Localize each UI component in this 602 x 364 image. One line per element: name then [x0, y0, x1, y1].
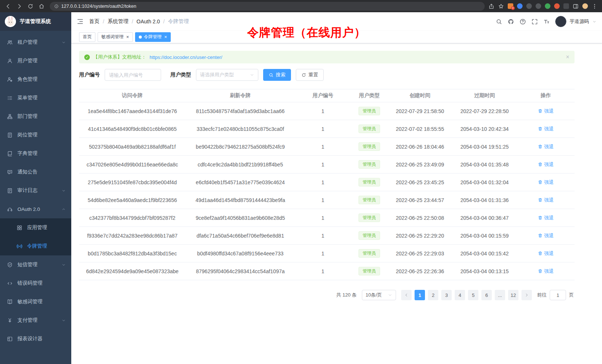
info-icon[interactable]: [54, 4, 59, 9]
tab-label: 首页: [83, 34, 92, 40]
fullscreen-icon[interactable]: [531, 19, 538, 25]
reload-icon[interactable]: [27, 3, 33, 9]
sidebar-item[interactable]: 菜单管理: [0, 89, 71, 107]
sidebar-item[interactable]: 通知公告: [0, 163, 71, 181]
share-icon[interactable]: [488, 3, 494, 9]
sidebar-item[interactable]: 租户管理: [0, 33, 71, 52]
action-cell: 强退: [517, 108, 575, 115]
extension-green[interactable]: [545, 3, 550, 9]
refresh-token-cell: cdfc4ce9c2da4bb1bdf21b9918ff4be5: [186, 162, 295, 168]
tab-item[interactable]: 首页: [79, 32, 95, 42]
user-type-select[interactable]: 请选择用户类型: [196, 69, 258, 81]
sidebar-item[interactable]: 错误码管理: [0, 274, 71, 292]
user-type-cell: 管理员: [351, 107, 388, 116]
force-logout-label: 强退: [544, 232, 554, 239]
sidebar-item[interactable]: 应用管理: [0, 218, 71, 237]
app-logo[interactable]: 芋道管理系统: [0, 12, 71, 31]
expire-time-cell: 2054-03-04 01:32:04: [452, 179, 517, 185]
browser-profile-avatar[interactable]: [582, 3, 588, 9]
search-icon[interactable]: [496, 19, 502, 25]
force-logout-button[interactable]: 强退: [538, 126, 554, 132]
search-button[interactable]: 搜索: [263, 69, 291, 81]
extension-dark-2[interactable]: [536, 3, 541, 9]
force-logout-button[interactable]: 强退: [538, 179, 554, 186]
force-logout-button[interactable]: 强退: [538, 215, 554, 221]
star-icon[interactable]: [498, 3, 504, 9]
tab-close-x[interactable]: ×: [164, 34, 167, 39]
user-type-placeholder: 请选择用户类型: [200, 72, 234, 78]
force-logout-button[interactable]: 强退: [538, 232, 554, 239]
sidebar-item[interactable]: 审计日志: [0, 181, 71, 200]
page-button[interactable]: 3: [441, 290, 452, 300]
alert-close-x[interactable]: ×: [566, 54, 569, 60]
breadcrumb-item[interactable]: OAuth 2.0: [137, 19, 160, 24]
sidebar-item[interactable]: 支付管理: [0, 311, 71, 330]
page-size-select[interactable]: 10条/页: [362, 290, 396, 300]
extension-red[interactable]: [554, 3, 560, 9]
url-bar[interactable]: 127.0.0.1:1024/system/oauth2/token: [50, 2, 485, 11]
prev-page-button[interactable]: [401, 290, 412, 300]
back-icon[interactable]: [5, 3, 11, 9]
sidebar-item[interactable]: 岗位管理: [0, 126, 71, 144]
access-token-cell: f9336e7c7dd242a283ee98dc86b17a87: [79, 233, 186, 239]
sidebar-item[interactable]: OAuth 2.0: [0, 200, 71, 218]
page-button[interactable]: 6: [481, 290, 492, 300]
breadcrumb-item[interactable]: 首页: [89, 18, 99, 25]
sidebar-fold-icon[interactable]: [77, 18, 84, 25]
tab-close-x[interactable]: ×: [126, 34, 129, 39]
sidebar-item[interactable]: 令牌管理: [0, 237, 71, 255]
force-logout-button[interactable]: 强退: [538, 108, 554, 115]
refresh-token-cell: dfa6c71a50a54c66bef706ef9e6e8d81: [186, 233, 295, 239]
kebab-icon[interactable]: [592, 3, 598, 9]
tab-label: 敏感词管理: [101, 34, 124, 40]
more-pages-button[interactable]: ...: [495, 290, 505, 300]
tenant-icon: [7, 40, 13, 45]
access-token-cell: b0d1785bc3a8482f812db4a3f3bd15ec: [79, 251, 186, 257]
sidebar-item[interactable]: 字典管理: [0, 144, 71, 163]
chevron-down-icon[interactable]: [592, 20, 596, 24]
sidebar-item[interactable]: 部门管理: [0, 107, 71, 126]
user-avatar[interactable]: [555, 16, 566, 27]
split-icon[interactable]: [573, 3, 579, 9]
breadcrumb-item[interactable]: 系统管理: [108, 18, 128, 25]
sidebar-item[interactable]: 报表设计器: [0, 330, 71, 348]
sidebar-item[interactable]: 敏感词管理: [0, 292, 71, 311]
page-button[interactable]: 5: [468, 290, 478, 300]
tab-item[interactable]: 令牌管理×: [135, 32, 171, 42]
doc-link[interactable]: https://doc.iocoder.cn/user-center/: [150, 54, 222, 60]
column-header: 用户编号: [295, 92, 351, 99]
next-page-button[interactable]: [521, 290, 532, 300]
extension-dark-1[interactable]: [526, 3, 532, 9]
extension-badge: 0: [511, 6, 515, 10]
force-logout-button[interactable]: 强退: [538, 250, 554, 257]
home-icon[interactable]: [39, 3, 45, 9]
force-logout-label: 强退: [544, 179, 554, 186]
force-logout-button[interactable]: 强退: [538, 268, 554, 275]
sidebar-item[interactable]: 角色管理: [0, 70, 71, 89]
user-id-input[interactable]: [105, 69, 161, 81]
tab-item[interactable]: 敏感词管理×: [98, 32, 133, 42]
sidebar-item-label: 字典管理: [17, 150, 37, 157]
reset-button[interactable]: 重置: [296, 69, 324, 81]
access-token-cell: 41c41346a548490f9dc8b01c6bfe0865: [79, 126, 186, 132]
extension-square[interactable]: [563, 3, 569, 9]
page-button[interactable]: 1: [415, 290, 425, 300]
force-logout-button[interactable]: 强退: [538, 143, 554, 150]
page-button[interactable]: 2: [428, 290, 438, 300]
force-logout-button[interactable]: 强退: [538, 197, 554, 203]
extension-orange[interactable]: 0: [508, 3, 513, 9]
force-logout-button[interactable]: 强退: [538, 161, 554, 168]
page-button[interactable]: 12: [508, 290, 518, 300]
page-button[interactable]: 4: [455, 290, 465, 300]
goto-page-input[interactable]: [550, 290, 566, 300]
fontsize-icon[interactable]: [543, 19, 550, 25]
forward-icon[interactable]: [16, 3, 22, 9]
sidebar-item[interactable]: 用户管理: [0, 52, 71, 70]
extension-blue[interactable]: [517, 3, 523, 9]
github-icon[interactable]: [508, 19, 514, 25]
user-id-cell: 1: [295, 251, 351, 257]
breadcrumb-separator: /: [132, 19, 133, 24]
user-id-cell: 1: [295, 144, 351, 150]
sidebar-item[interactable]: 短信管理: [0, 255, 71, 274]
question-icon[interactable]: [520, 19, 526, 25]
